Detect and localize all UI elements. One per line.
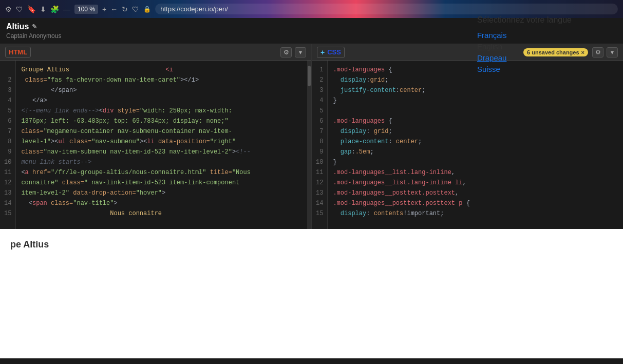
- preview-site-title: pe Altius: [10, 239, 613, 250]
- css-line-7: display: grid;: [333, 126, 618, 137]
- minimize-icon[interactable]: —: [63, 5, 70, 13]
- css-line-1: .mod-languages {: [333, 65, 618, 75]
- html-scrollbar[interactable]: [307, 61, 311, 229]
- css-line-11: .mod-languages__list.lang-inline,: [333, 167, 618, 178]
- pen-edit-icon[interactable]: ✎: [32, 23, 37, 30]
- lang-link-suisse[interactable]: Suisse: [477, 65, 500, 73]
- css-settings-button[interactable]: ⚙: [592, 47, 603, 58]
- css-line-5: [333, 106, 618, 116]
- css-line-numbers: 1 2 3 4 5 6 7 8 9 10 11 12 13 14 15: [312, 61, 328, 229]
- language-selector: Sélectionnez votre langue Français Engli…: [477, 15, 572, 74]
- html-line-10: menu link starts-->: [21, 157, 302, 167]
- css-line-12: .mod-languages__list.lang-inline li,: [333, 178, 618, 188]
- css-line-4: }: [333, 95, 618, 106]
- css-line-3: justify-content:center;: [333, 85, 618, 95]
- css-panel-label: + CSS: [317, 47, 345, 58]
- lang-item-suisse[interactable]: Suisse: [477, 65, 572, 74]
- css-line-15: display: contents!important;: [333, 208, 618, 219]
- lang-link-drapeau[interactable]: Drapeau: [477, 53, 507, 62]
- html-line-1: Groupe Altius <i: [21, 65, 302, 75]
- security-shield-icon: 🛡: [132, 5, 139, 13]
- css-code-area[interactable]: 1 2 3 4 5 6 7 8 9 10 11 12 13 14 15 .mod…: [312, 61, 623, 229]
- html-collapse-button[interactable]: ▾: [295, 47, 306, 58]
- pen-title: Altius: [6, 22, 29, 31]
- html-scrollbar-thumb[interactable]: [308, 66, 311, 86]
- html-line-9: class="nav-item-submenu nav-item-id-523 …: [21, 147, 302, 157]
- lang-link-english[interactable]: English: [477, 42, 502, 51]
- css-line-8: place-content: center;: [333, 137, 618, 147]
- settings-icon[interactable]: ⚙: [5, 5, 12, 13]
- css-line-6: .mod-languages {: [333, 116, 618, 126]
- html-panel-header: HTML ⚙ ▾: [0, 44, 311, 61]
- language-list: Français English Drapeau Suisse: [477, 31, 572, 74]
- html-line-6: 1376px; left: -63.483px; top: 69.7834px;…: [21, 116, 302, 126]
- html-settings-button[interactable]: ⚙: [280, 47, 292, 58]
- html-panel-label: HTML: [5, 47, 31, 58]
- download-icon[interactable]: ⬇: [40, 5, 46, 13]
- lang-item-francais[interactable]: Français: [477, 31, 572, 40]
- css-collapse-button[interactable]: ▾: [607, 47, 618, 58]
- shield-extensions-icon[interactable]: 🛡: [16, 5, 23, 13]
- bookmark-icon[interactable]: 🔖: [27, 5, 36, 13]
- css-line-13: .mod-languages__posttext.posttext,: [333, 188, 618, 198]
- lang-section-title: Sélectionnez votre langue: [477, 15, 572, 25]
- html-line-2: class="fas fa-chevron-down nav-item-care…: [21, 75, 302, 85]
- css-panel-actions: ⚙ ▾: [592, 47, 618, 58]
- css-line-10: }: [333, 157, 618, 167]
- css-line-2: display:grid;: [333, 75, 618, 85]
- refresh-icon[interactable]: ↻: [122, 5, 128, 13]
- lang-item-drapeau[interactable]: Drapeau: [477, 53, 572, 63]
- html-line-numbers: 2 3 4 5 6 7 8 9 10 11 12 13 14 15: [0, 61, 16, 229]
- html-line-8: level-1"><ul class="nav-submenu"><li dat…: [21, 137, 302, 147]
- lang-item-english[interactable]: English: [477, 42, 572, 51]
- html-line-13: item-level-2" data-drop-action="hover">: [21, 188, 302, 198]
- lang-link-francais[interactable]: Français: [477, 31, 507, 40]
- html-line-3: </span>: [21, 85, 302, 95]
- html-line-11: <a href="/fr/le-groupe-altius/nous-conna…: [21, 167, 302, 178]
- preview-area: pe Altius Sélectionnez votre langue Fran…: [0, 229, 623, 358]
- preview-content: pe Altius Sélectionnez votre langue Fran…: [0, 229, 623, 358]
- css-panel: + CSS 6 unsaved changes × ⚙ ▾ 1 2 3 4: [312, 44, 623, 229]
- html-line-14: <span class="nav-title">: [21, 198, 302, 208]
- lock-icon: 🔒: [143, 6, 151, 13]
- css-plus-icon: +: [320, 48, 325, 56]
- css-label-text: CSS: [327, 48, 341, 56]
- unsaved-close-icon[interactable]: ×: [581, 49, 584, 55]
- html-line-15: Nous connaitre: [21, 208, 302, 219]
- html-line-7: class="megamenu-container nav-submenu-co…: [21, 126, 302, 137]
- url-bar[interactable]: https://codepen.io/pen/: [155, 4, 618, 14]
- html-line-5: <!--menu link ends--><div style="width: …: [21, 106, 302, 116]
- back-icon[interactable]: ←: [110, 5, 118, 13]
- zoom-level[interactable]: 100 %: [74, 5, 98, 14]
- puzzle-icon[interactable]: 🧩: [50, 5, 59, 13]
- css-panel-header: + CSS 6 unsaved changes × ⚙ ▾: [312, 44, 623, 61]
- html-panel-actions: ⚙ ▾: [280, 47, 306, 58]
- html-code-area[interactable]: 2 3 4 5 6 7 8 9 10 11 12 13 14 15 Groupe…: [0, 61, 311, 229]
- html-line-12: connaitre" class=" nav-link-item-id-523 …: [21, 178, 302, 188]
- html-panel: HTML ⚙ ▾ 2 3 4 5 6 7 8 9 10 11 12 13 14: [0, 44, 312, 229]
- html-code-content[interactable]: Groupe Altius <i class="fas fa-chevron-d…: [16, 61, 307, 229]
- css-code-content[interactable]: .mod-languages { display:grid; justify-c…: [328, 61, 623, 229]
- html-line-4: </a>: [21, 95, 302, 106]
- zoom-in-icon[interactable]: +: [102, 5, 106, 13]
- css-line-9: gap:.5em;: [333, 147, 618, 157]
- css-line-14: .mod-languages__posttext.posttext p {: [333, 198, 618, 208]
